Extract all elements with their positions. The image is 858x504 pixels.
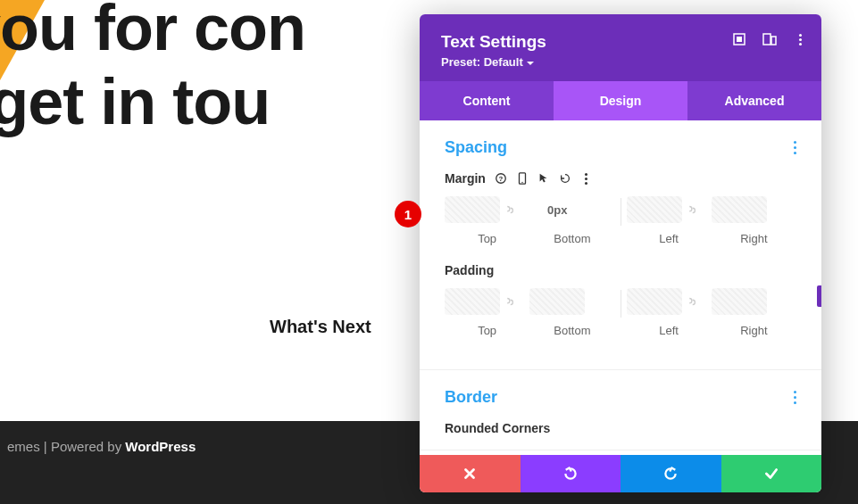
header-actions xyxy=(732,32,807,46)
footer-themes-text: emes xyxy=(7,439,40,454)
svg-rect-2 xyxy=(763,34,771,45)
tab-design[interactable]: Design xyxy=(554,81,687,120)
margin-right-label: Right xyxy=(740,232,767,245)
margin-top-input[interactable] xyxy=(445,196,500,223)
panel-tabs: Content Design Advanced xyxy=(420,81,821,120)
scrollbar-thumb[interactable] xyxy=(817,285,821,307)
border-section: Border Rounded Corners xyxy=(420,370,821,450)
responsive-icon[interactable] xyxy=(762,32,777,46)
help-icon[interactable]: ? xyxy=(495,172,507,185)
padding-inputs: Top Bottom xyxy=(445,288,796,337)
svg-point-7 xyxy=(521,182,522,183)
padding-bottom-label: Bottom xyxy=(554,324,590,337)
link-icon[interactable] xyxy=(500,288,518,315)
spacing-title: Spacing xyxy=(445,138,507,157)
page-heading: nk you for con 'e'll get in tou xyxy=(0,0,305,139)
border-title: Border xyxy=(445,388,497,407)
panel-header: Text Settings Preset: Default xyxy=(420,14,821,81)
margin-left-input[interactable] xyxy=(627,196,682,223)
spacing-menu-icon[interactable] xyxy=(794,141,796,154)
padding-bottom-input[interactable] xyxy=(529,288,585,315)
phone-icon[interactable] xyxy=(516,172,529,185)
margin-bottom-label: Bottom xyxy=(554,232,590,245)
margin-right-input[interactable] xyxy=(712,196,767,223)
svg-rect-3 xyxy=(771,37,776,45)
margin-control: Margin ? xyxy=(445,171,796,245)
reset-icon[interactable] xyxy=(559,172,571,185)
hover-icon[interactable] xyxy=(537,172,550,185)
panel-body[interactable]: Spacing Margin ? xyxy=(420,120,821,455)
link-icon[interactable] xyxy=(682,196,700,223)
padding-label: Padding xyxy=(445,263,494,277)
divider xyxy=(621,290,621,318)
padding-top-input[interactable] xyxy=(445,288,500,315)
margin-label-row: Margin ? xyxy=(445,171,796,186)
padding-right-input[interactable] xyxy=(712,288,767,315)
margin-control-icons: ? xyxy=(495,172,593,185)
margin-more-icon[interactable] xyxy=(580,172,593,185)
tab-content[interactable]: Content xyxy=(420,81,554,120)
spacing-header[interactable]: Spacing xyxy=(445,138,796,157)
heading-line-1: nk you for con xyxy=(0,0,305,65)
spacing-section: Spacing Margin ? xyxy=(420,120,821,370)
whats-next-heading: What's Next xyxy=(270,317,371,337)
padding-control: Padding Top xyxy=(445,263,796,337)
padding-left-label: Left xyxy=(659,324,679,337)
link-icon[interactable] xyxy=(682,288,700,315)
divider xyxy=(621,198,621,226)
expand-icon[interactable] xyxy=(732,32,746,46)
settings-panel: Text Settings Preset: Default Content De… xyxy=(420,14,821,492)
padding-left-input[interactable] xyxy=(627,288,682,315)
tab-advanced[interactable]: Advanced xyxy=(687,81,821,120)
border-menu-icon[interactable] xyxy=(794,391,796,404)
save-button[interactable] xyxy=(721,455,822,492)
footer-separator: | Powered by xyxy=(40,439,126,454)
margin-bottom-input[interactable] xyxy=(529,196,585,223)
more-menu-icon[interactable] xyxy=(793,32,807,46)
annotation-marker: 1 xyxy=(395,201,421,227)
margin-left-label: Left xyxy=(659,232,679,245)
padding-label-row: Padding xyxy=(445,263,796,277)
margin-top-label: Top xyxy=(478,232,496,245)
redo-button[interactable] xyxy=(621,455,721,492)
heading-line-2: 'e'll get in tou xyxy=(0,65,305,139)
rounded-corners-label: Rounded Corners xyxy=(445,421,796,435)
cancel-button[interactable] xyxy=(420,455,521,492)
svg-rect-1 xyxy=(737,37,742,42)
panel-footer xyxy=(420,455,821,492)
footer-platform[interactable]: WordPress xyxy=(125,439,196,454)
padding-right-label: Right xyxy=(740,324,767,337)
padding-top-label: Top xyxy=(478,324,496,337)
svg-text:?: ? xyxy=(498,175,503,183)
margin-inputs: Top Bottom xyxy=(445,196,796,245)
link-icon[interactable] xyxy=(500,196,518,223)
border-header[interactable]: Border xyxy=(445,388,796,407)
margin-label: Margin xyxy=(445,171,486,186)
preset-dropdown[interactable]: Preset: Default xyxy=(441,55,800,69)
undo-button[interactable] xyxy=(521,455,621,492)
